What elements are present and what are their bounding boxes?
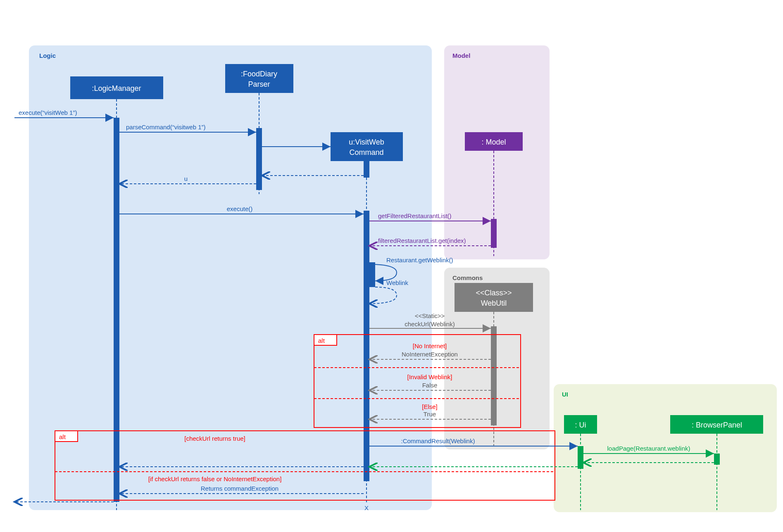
svg-text:loadPage(Restaurant.weblink): loadPage(Restaurant.weblink) — [607, 445, 690, 452]
svg-text:alt: alt — [59, 433, 66, 440]
webutil-head: <<Class>> WebUtil — [455, 283, 533, 312]
svg-text:getFilteredRestaurantList(): getFilteredRestaurantList() — [378, 212, 452, 219]
svg-text:Parser: Parser — [248, 80, 270, 88]
svg-rect-10 — [225, 64, 293, 93]
svg-text:u: u — [184, 175, 188, 182]
svg-rect-37 — [491, 219, 497, 248]
svg-text:execute(“visitWeb 1”): execute(“visitWeb 1”) — [19, 109, 77, 116]
browserpanel-head: : BrowserPanel — [670, 415, 763, 434]
svg-text:WebUtil: WebUtil — [481, 299, 507, 307]
svg-rect-36 — [369, 262, 375, 287]
model-frame: Model — [444, 45, 550, 259]
visitwebcommand-head: u:VisitWeb Command — [331, 132, 403, 161]
logicmanager-head: :LogicManager — [70, 76, 163, 99]
svg-text:[Else]: [Else] — [422, 403, 438, 410]
svg-rect-18 — [455, 283, 533, 312]
svg-text:<<Class>>: <<Class>> — [476, 289, 512, 297]
svg-text:alt: alt — [318, 337, 325, 344]
svg-text:[No Internet]: [No Internet] — [413, 342, 447, 349]
svg-rect-33 — [256, 128, 262, 190]
svg-text:checkUrl(Weblink): checkUrl(Weblink) — [405, 321, 455, 328]
svg-text:: Model: : Model — [481, 138, 506, 146]
svg-text:Model: Model — [452, 52, 470, 59]
sequence-diagram: Logic Model Commons UI :LogicManager :Fo… — [0, 0, 783, 532]
svg-text::LogicManager: :LogicManager — [92, 84, 141, 93]
svg-text:[Invalid Weblink]: [Invalid Weblink] — [407, 373, 452, 380]
ui-head: : Ui — [564, 415, 597, 434]
svg-text:Weblink: Weblink — [386, 279, 409, 286]
svg-text:parseCommand(“visitweb 1”): parseCommand(“visitweb 1”) — [126, 124, 206, 131]
svg-text:False: False — [422, 382, 438, 389]
svg-rect-39 — [578, 446, 583, 469]
svg-rect-35 — [364, 211, 369, 481]
svg-text:Command: Command — [349, 148, 383, 157]
svg-text:Commons: Commons — [452, 274, 483, 281]
model-head: : Model — [465, 132, 523, 151]
svg-rect-38 — [491, 326, 497, 425]
svg-text:Logic: Logic — [39, 52, 56, 59]
svg-text:execute(): execute() — [227, 205, 253, 212]
svg-rect-61 — [314, 335, 337, 345]
svg-rect-2 — [444, 45, 550, 259]
svg-text:Returns commandException: Returns commandException — [201, 485, 278, 492]
svg-text:UI: UI — [562, 391, 568, 398]
svg-text:: BrowserPanel: : BrowserPanel — [692, 421, 742, 429]
svg-text:<<Static>>: <<Static>> — [415, 312, 445, 319]
svg-rect-32 — [114, 118, 119, 502]
svg-rect-13 — [331, 132, 403, 161]
destroy-x: X — [364, 504, 369, 511]
fooddiaryparser-head: :FoodDiary Parser — [225, 64, 293, 93]
svg-text:filteredRestaurantList.get(ind: filteredRestaurantList.get(index) — [378, 237, 466, 244]
svg-text:Restaurant.getWeblink(): Restaurant.getWeblink() — [386, 256, 453, 264]
svg-rect-40 — [714, 454, 720, 465]
svg-text:: Ui: : Ui — [575, 421, 586, 429]
svg-text:u:VisitWeb: u:VisitWeb — [349, 138, 384, 146]
svg-text:True: True — [424, 411, 436, 418]
svg-text:[checkUrl returns true]: [checkUrl returns true] — [184, 435, 245, 442]
svg-text::CommandResult(Weblink): :CommandResult(Weblink) — [401, 437, 475, 444]
svg-rect-34 — [364, 161, 369, 178]
svg-rect-75 — [55, 431, 78, 442]
svg-text:[if checkUrl returns false or : [if checkUrl returns false or NoInternet… — [148, 475, 282, 482]
svg-text::FoodDiary: :FoodDiary — [241, 70, 277, 78]
svg-text:NoInternetException: NoInternetException — [402, 351, 458, 358]
